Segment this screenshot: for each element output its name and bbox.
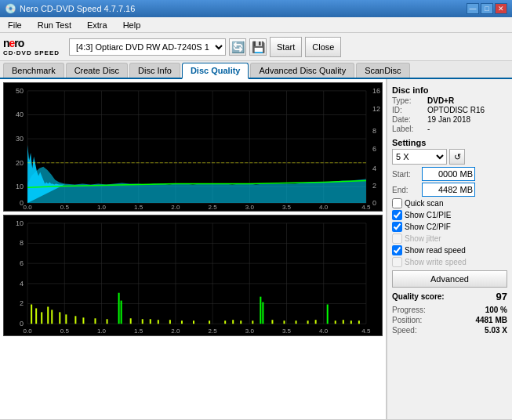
maximize-button[interactable]: □ bbox=[481, 3, 493, 14]
show-jitter-checkbox[interactable] bbox=[392, 234, 402, 244]
svg-rect-83 bbox=[240, 320, 241, 324]
tab-create-disc[interactable]: Create Disc bbox=[66, 63, 128, 78]
drive-selector[interactable]: [4:3] Optiarc DVD RW AD-7240S 1.04 bbox=[69, 38, 226, 56]
disc-label-row: Label: - bbox=[392, 125, 507, 133]
show-read-label: Show read speed bbox=[405, 246, 466, 255]
close-app-button[interactable]: Close bbox=[305, 37, 341, 57]
reset-icon[interactable]: ↺ bbox=[449, 149, 465, 165]
show-c2pif-checkbox[interactable] bbox=[392, 222, 402, 232]
quick-scan-label: Quick scan bbox=[405, 199, 443, 208]
show-jitter-label: Show jitter bbox=[405, 234, 441, 243]
svg-rect-91 bbox=[315, 320, 317, 324]
svg-text:4.0: 4.0 bbox=[319, 204, 329, 211]
tab-scandisc[interactable]: ScanDisc bbox=[356, 63, 409, 78]
chart-bottom: 10 8 6 4 2 0 0.0 0.5 1.0 1.5 2.0 2.5 3.0… bbox=[3, 215, 383, 336]
show-read-checkbox[interactable] bbox=[392, 245, 402, 255]
type-label: Type: bbox=[392, 96, 427, 105]
svg-text:0.0: 0.0 bbox=[24, 204, 33, 211]
chart-bottom-svg: 10 8 6 4 2 0 0.0 0.5 1.0 1.5 2.0 2.5 3.0… bbox=[4, 215, 382, 335]
tab-benchmark[interactable]: Benchmark bbox=[3, 63, 64, 78]
right-panel: Disc info Type: DVD+R ID: OPTODISC R16 D… bbox=[387, 79, 512, 419]
svg-rect-81 bbox=[224, 320, 226, 324]
svg-text:2.5: 2.5 bbox=[209, 328, 218, 335]
refresh-icon[interactable]: 🔄 bbox=[229, 38, 246, 56]
svg-text:3.5: 3.5 bbox=[282, 204, 292, 211]
svg-rect-89 bbox=[296, 320, 297, 324]
svg-text:1.5: 1.5 bbox=[134, 204, 143, 211]
svg-text:4: 4 bbox=[20, 280, 24, 288]
show-jitter-row: Show jitter bbox=[392, 234, 507, 244]
advanced-button[interactable]: Advanced bbox=[392, 270, 507, 288]
svg-text:0.5: 0.5 bbox=[60, 328, 70, 335]
quick-scan-checkbox[interactable] bbox=[392, 198, 402, 208]
quality-row: Quality score: 97 bbox=[392, 291, 507, 302]
svg-rect-76 bbox=[158, 320, 159, 324]
show-c1pie-checkbox[interactable] bbox=[392, 210, 402, 220]
svg-text:12: 12 bbox=[372, 105, 380, 113]
position-row: Position: 4481 MB bbox=[392, 316, 507, 324]
svg-rect-78 bbox=[181, 320, 183, 324]
window-title: Nero CD-DVD Speed 4.7.7.16 bbox=[20, 4, 135, 13]
speed-selector[interactable]: 5 X bbox=[392, 149, 447, 165]
show-c1pie-label: Show C1/PIE bbox=[405, 211, 451, 219]
disc-info-title: Disc info bbox=[392, 85, 507, 95]
chart-top: 50 40 30 20 10 0 16 12 8 6 4 2 0 0.0 0.5… bbox=[3, 82, 383, 212]
svg-text:0.5: 0.5 bbox=[60, 204, 70, 211]
svg-text:8: 8 bbox=[372, 127, 376, 135]
progress-section: Progress: 100 % Position: 4481 MB Speed:… bbox=[392, 306, 507, 335]
date-value: 19 Jan 2018 bbox=[427, 115, 470, 124]
svg-text:2: 2 bbox=[20, 300, 24, 308]
start-button[interactable]: Start bbox=[270, 37, 302, 57]
svg-rect-84 bbox=[252, 320, 253, 324]
app-icon: 💿 bbox=[5, 3, 16, 14]
svg-rect-70 bbox=[107, 319, 108, 324]
menu-run-test[interactable]: Run Test bbox=[33, 19, 76, 31]
svg-text:0: 0 bbox=[20, 320, 24, 328]
svg-text:4.0: 4.0 bbox=[319, 328, 329, 335]
quality-score-label: Quality score: bbox=[392, 292, 445, 301]
minimize-button[interactable]: — bbox=[467, 3, 479, 14]
svg-rect-74 bbox=[142, 319, 143, 324]
speed-label: Speed: bbox=[392, 326, 417, 335]
svg-rect-71 bbox=[118, 293, 120, 324]
end-mb-input[interactable] bbox=[422, 183, 475, 197]
progress-value: 100 % bbox=[485, 306, 507, 314]
svg-text:0: 0 bbox=[372, 199, 376, 207]
quality-score-value: 97 bbox=[496, 291, 507, 302]
svg-rect-72 bbox=[121, 301, 122, 324]
save-icon[interactable]: 💾 bbox=[249, 38, 267, 56]
speed-row: 5 X ↺ bbox=[392, 149, 507, 165]
tab-advanced-disc-quality[interactable]: Advanced Disc Quality bbox=[250, 63, 354, 78]
chart-area: 50 40 30 20 10 0 16 12 8 6 4 2 0 0.0 0.5… bbox=[0, 79, 387, 419]
menu-help[interactable]: Help bbox=[118, 19, 146, 31]
date-label: Date: bbox=[392, 115, 427, 124]
start-mb-input[interactable] bbox=[422, 167, 475, 181]
svg-text:3.5: 3.5 bbox=[282, 328, 292, 335]
svg-text:4.5: 4.5 bbox=[361, 204, 371, 211]
menu-extra[interactable]: Extra bbox=[82, 19, 112, 31]
close-button[interactable]: ✕ bbox=[495, 3, 507, 14]
svg-text:30: 30 bbox=[16, 135, 24, 143]
tab-disc-info[interactable]: Disc Info bbox=[129, 63, 180, 78]
svg-rect-94 bbox=[343, 320, 344, 324]
start-mb-row: Start: bbox=[392, 167, 507, 181]
svg-text:2.5: 2.5 bbox=[209, 204, 218, 211]
svg-text:6: 6 bbox=[372, 145, 376, 153]
disc-date-row: Date: 19 Jan 2018 bbox=[392, 115, 507, 124]
svg-rect-65 bbox=[59, 312, 60, 324]
disc-id-row: ID: OPTODISC R16 bbox=[392, 106, 507, 114]
nero-logo: nero CD·DVD SPEED bbox=[3, 37, 60, 56]
menu-file[interactable]: File bbox=[3, 19, 27, 31]
speed-value: 5.03 X bbox=[485, 326, 507, 335]
show-c1pie-row: Show C1/PIE bbox=[392, 210, 507, 220]
svg-text:1.0: 1.0 bbox=[97, 328, 107, 335]
svg-text:4: 4 bbox=[372, 165, 376, 172]
tab-disc-quality[interactable]: Disc Quality bbox=[182, 63, 249, 79]
end-mb-label: End: bbox=[392, 186, 419, 194]
main-content: 50 40 30 20 10 0 16 12 8 6 4 2 0 0.0 0.5… bbox=[0, 79, 512, 419]
show-write-checkbox[interactable] bbox=[392, 257, 402, 267]
svg-rect-64 bbox=[51, 310, 53, 324]
title-bar: 💿 Nero CD-DVD Speed 4.7.7.16 — □ ✕ bbox=[0, 0, 512, 17]
svg-rect-60 bbox=[31, 305, 32, 324]
svg-rect-90 bbox=[307, 320, 309, 324]
